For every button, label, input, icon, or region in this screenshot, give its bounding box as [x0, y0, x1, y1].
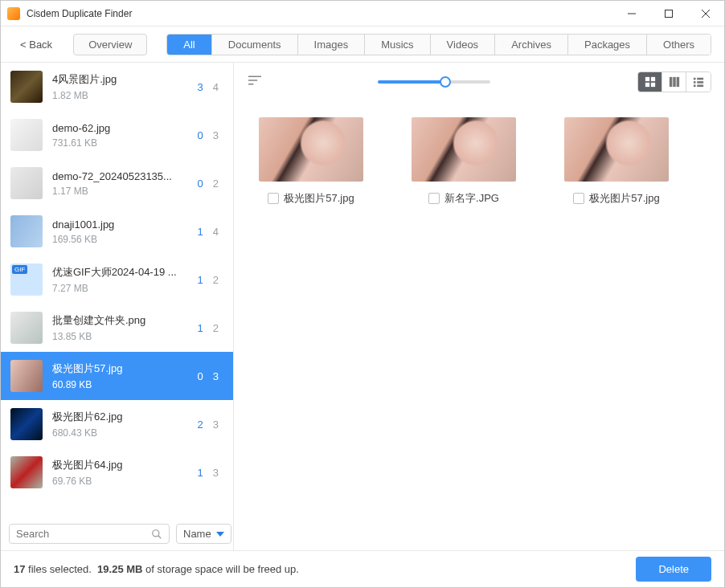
file-name: demo-72_20240523135...	[52, 170, 188, 182]
file-meta: demo-62.jpg731.61 KB	[52, 122, 188, 149]
total-count: 4	[213, 226, 219, 238]
file-row[interactable]: 4风景图片.jpg1.82 MB34	[1, 63, 233, 111]
duplicate-card[interactable]: 极光图片57.jpg	[552, 117, 681, 206]
selected-count: 1	[198, 322, 203, 334]
duplicate-card[interactable]: 极光图片57.jpg	[247, 117, 375, 206]
file-size: 680.43 KB	[52, 427, 188, 439]
file-name: demo-62.jpg	[52, 122, 188, 134]
file-row[interactable]: 极光图片57.jpg60.89 KB03	[1, 352, 233, 400]
tab-images[interactable]: Images	[298, 35, 366, 55]
file-meta: dnaji1001.jpg169.56 KB	[52, 218, 188, 245]
content-pane: 极光图片57.jpg新名字.JPG极光图片57.jpg	[234, 62, 724, 550]
svg-rect-14	[697, 85, 703, 88]
main-area: 4风景图片.jpg1.82 MB34demo-62.jpg731.61 KB03…	[1, 62, 724, 550]
titlebar: Cisdem Duplicate Finder	[1, 1, 724, 27]
file-thumbnail	[10, 263, 43, 296]
card-thumbnail	[412, 117, 516, 182]
card-filename: 极光图片57.jpg	[284, 191, 354, 206]
tab-others[interactable]: Others	[647, 35, 711, 55]
card-checkbox[interactable]	[428, 193, 440, 204]
total-count: 3	[213, 419, 219, 431]
file-thumbnail	[10, 215, 43, 247]
file-thumbnail	[10, 408, 43, 440]
file-row[interactable]: 极光图片64.jpg69.76 KB13	[1, 448, 233, 496]
search-input-wrapper[interactable]	[9, 524, 170, 544]
file-meta: 批量创建文件夹.png13.85 KB	[52, 313, 188, 342]
file-meta: 极光图片57.jpg60.89 KB	[52, 361, 188, 390]
file-thumbnail	[10, 71, 43, 103]
file-name: 极光图片62.jpg	[52, 410, 188, 424]
file-name: 4风景图片.jpg	[52, 72, 188, 87]
file-row[interactable]: 批量创建文件夹.png13.85 KB12	[1, 304, 233, 352]
svg-rect-2	[645, 77, 649, 81]
file-size: 13.85 KB	[52, 331, 188, 342]
back-label: Back	[29, 39, 52, 51]
file-meta: 极光图片62.jpg680.43 KB	[52, 410, 188, 439]
total-count: 3	[213, 370, 219, 382]
svg-point-1	[153, 529, 159, 536]
view-mode-switcher	[637, 71, 711, 92]
card-checkbox[interactable]	[268, 193, 279, 204]
svg-rect-12	[697, 81, 703, 84]
view-grid-button[interactable]	[638, 72, 662, 92]
tab-musics[interactable]: Musics	[365, 35, 430, 55]
tab-all[interactable]: All	[167, 35, 211, 55]
maximize-button[interactable]	[650, 1, 687, 27]
search-icon	[151, 529, 162, 540]
file-row[interactable]: 极光图片62.jpg680.43 KB23	[1, 400, 233, 448]
file-counts: 23	[198, 419, 219, 431]
sort-label: Name	[183, 528, 211, 540]
category-tabs: AllDocumentsImagesMusicsVideosArchivesPa…	[166, 34, 711, 55]
file-counts: 14	[198, 226, 219, 238]
total-count: 2	[213, 274, 219, 286]
overview-button[interactable]: Overview	[73, 34, 147, 55]
file-thumbnail	[10, 167, 43, 199]
file-thumbnail	[10, 119, 43, 151]
svg-rect-13	[694, 85, 696, 88]
file-thumbnail	[10, 312, 43, 344]
view-columns-button[interactable]	[662, 72, 686, 92]
selected-count: 0	[198, 178, 203, 190]
file-size: 1.82 MB	[52, 90, 188, 101]
svg-rect-11	[694, 81, 696, 84]
status-bar: 17 files selected. 19.25 MB of storage s…	[1, 550, 724, 587]
card-filename: 极光图片57.jpg	[589, 191, 659, 206]
search-input[interactable]	[16, 528, 151, 540]
thumbnail-size-slider[interactable]	[378, 80, 490, 84]
card-label-row: 新名字.JPG	[399, 191, 528, 206]
delete-button[interactable]: Delete	[636, 557, 711, 582]
close-button[interactable]	[687, 1, 724, 27]
svg-rect-6	[669, 77, 672, 87]
sort-icon[interactable]	[247, 74, 263, 90]
duplicate-card[interactable]: 新名字.JPG	[399, 117, 528, 206]
file-counts: 03	[198, 129, 219, 141]
svg-rect-10	[697, 78, 703, 80]
file-list[interactable]: 4风景图片.jpg1.82 MB34demo-62.jpg731.61 KB03…	[1, 63, 233, 517]
view-list-button[interactable]	[686, 72, 711, 92]
file-name: 批量创建文件夹.png	[52, 313, 188, 328]
file-row[interactable]: 优速GIF大师2024-04-19 ...7.27 MB12	[1, 255, 233, 304]
file-counts: 12	[198, 322, 219, 334]
minimize-button[interactable]	[613, 1, 650, 27]
tab-documents[interactable]: Documents	[212, 35, 298, 55]
tab-videos[interactable]: Videos	[431, 35, 496, 55]
file-row[interactable]: demo-62.jpg731.61 KB03	[1, 111, 233, 159]
selected-count: 0	[198, 129, 203, 141]
tab-packages[interactable]: Packages	[568, 35, 647, 55]
file-sidebar: 4风景图片.jpg1.82 MB34demo-62.jpg731.61 KB03…	[1, 62, 234, 550]
back-button[interactable]: < Back	[12, 35, 60, 54]
file-meta: 优速GIF大师2024-04-19 ...7.27 MB	[52, 265, 188, 294]
tab-archives[interactable]: Archives	[495, 35, 568, 55]
card-checkbox[interactable]	[573, 193, 584, 204]
card-thumbnail	[564, 117, 669, 182]
toolbar: < Back Overview AllDocumentsImagesMusics…	[1, 27, 724, 62]
file-meta: demo-72_20240523135...1.17 MB	[52, 170, 188, 197]
file-size: 60.89 KB	[52, 379, 188, 390]
file-size: 731.61 KB	[52, 137, 188, 149]
sort-dropdown[interactable]: Name	[176, 524, 231, 544]
file-meta: 4风景图片.jpg1.82 MB	[52, 72, 188, 101]
file-row[interactable]: demo-72_20240523135...1.17 MB02	[1, 159, 233, 207]
svg-rect-3	[650, 77, 654, 81]
total-count: 2	[213, 178, 219, 190]
file-row[interactable]: dnaji1001.jpg169.56 KB14	[1, 207, 233, 255]
